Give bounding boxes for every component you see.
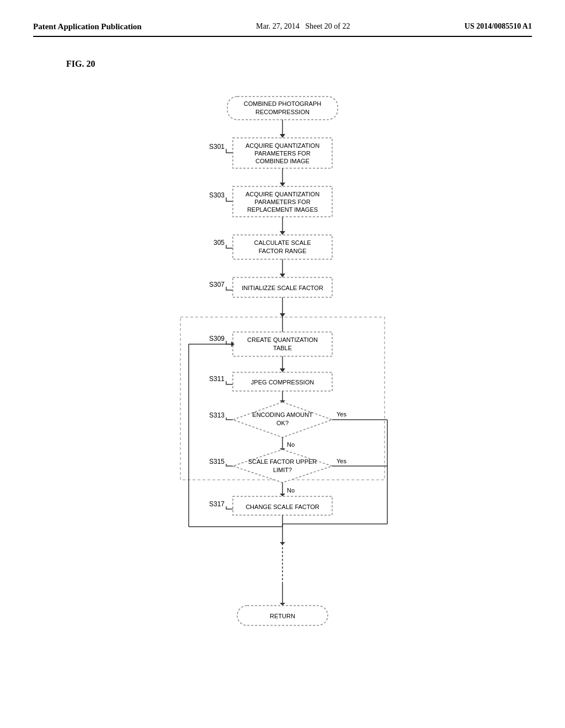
header-sheet: Sheet 20 of 22 [305,22,350,30]
label-s311: S311 [209,375,225,383]
node-s317: CHANGE SCALE FACTOR [246,504,319,510]
node-return: RETURN [270,613,295,619]
s315-yes-label: Yes [337,458,347,464]
header-right: US 2014/0085510 A1 [465,22,532,31]
page: Patent Application Publication Mar. 27, … [0,0,565,728]
s315-no-label: No [287,487,295,494]
label-s307: S307 [209,281,225,288]
node-305-l1: CALCULATE SCALE [254,239,311,246]
label-s303: S303 [209,191,225,199]
svg-marker-11 [280,274,285,277]
label-305: 305 [214,239,225,247]
node-s301-l1: ACQUIRE QUANTIZATION [246,142,319,149]
label-s317: S317 [209,500,225,508]
node-s303-l3: REPLACEMENT IMAGES [247,206,318,213]
node-s315-l2: LIMIT? [273,467,292,473]
node-s307: INITIALIZZE SCALE FACTOR [242,285,323,291]
s313-yes-label: Yes [337,411,347,417]
figure-label: FIG. 20 [66,59,532,69]
node-s301-l2: PARAMETERS FOR [254,150,310,157]
svg-marker-5 [280,183,285,186]
header-date: Mar. 27, 2014 [256,22,300,30]
flowchart-diagram: COMBINED PHOTOGRAPH RECOMPRESSION S301 A… [117,85,448,692]
node-s313-l2: OK? [276,420,289,426]
label-s313: S313 [209,411,225,419]
svg-marker-2 [280,134,285,138]
label-s315: S315 [209,458,225,465]
svg-rect-17 [233,332,332,356]
header-center: Mar. 27, 2014 Sheet 20 of 22 [256,22,350,31]
label-s301: S301 [209,143,225,151]
svg-rect-9 [233,235,332,259]
s313-no-label: No [287,441,295,448]
node-s301-l3: COMBINED IMAGE [255,158,310,164]
node-s303-l1: ACQUIRE QUANTIZATION [246,191,319,197]
header: Patent Application Publication Mar. 27, … [33,22,532,37]
node-s313-l1: ENCODING AMOUNT [252,411,313,418]
node-s315-l1: SCALE FACTOR UPPER [248,458,317,465]
node-start-line2: RECOMPRESSION [255,109,310,115]
node-s309-l1: CREATE QUANTIZATION [247,336,318,343]
node-305-l2: FACTOR RANGE [259,248,307,254]
node-s303-l2: PARAMETERS FOR [254,199,310,205]
header-left: Patent Application Publication [33,22,142,31]
node-start-line1: COMBINED PHOTOGRAPH [244,100,321,107]
node-s309-l2: TABLE [273,345,292,351]
node-s311: JPEG COMPRESSION [251,379,314,386]
svg-marker-8 [280,231,285,235]
label-s309: S309 [209,335,225,342]
